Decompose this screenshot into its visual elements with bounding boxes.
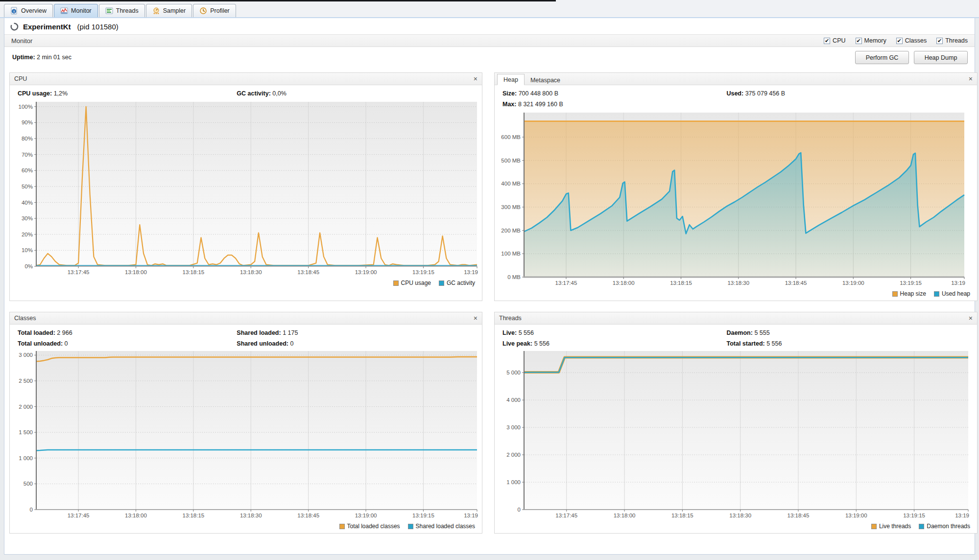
svg-text:13:19:00: 13:19:00: [842, 280, 864, 286]
svg-text:13:18:00: 13:18:00: [125, 269, 147, 275]
total-loaded-stat: Total loaded2 966: [18, 329, 237, 336]
svg-text:13:17:45: 13:17:45: [68, 513, 90, 518]
checkbox-threads[interactable]: ✔ Threads: [936, 37, 968, 44]
legend-item: Live threads: [871, 523, 911, 530]
threads-panel-header: Threads ×: [495, 312, 977, 325]
tab-monitor[interactable]: Monitor: [54, 4, 98, 17]
svg-text:13:17:45: 13:17:45: [555, 280, 577, 286]
cpu-plot: 0%10%20%30%40%50%60%70%80%90%100%13:17:4…: [12, 98, 484, 277]
svg-text:13:18:00: 13:18:00: [614, 513, 636, 518]
svg-text:13:18:30: 13:18:30: [729, 513, 751, 518]
tab-overview[interactable]: i Overview: [4, 4, 53, 17]
total-started-stat: Total started5 556: [726, 340, 969, 347]
svg-text:13:17:45: 13:17:45: [555, 513, 577, 518]
gc-activity-swatch: [439, 280, 444, 286]
cpu-chart: 0%10%20%30%40%50%60%70%80%90%100%13:17:4…: [10, 98, 482, 279]
svg-text:13:19:15: 13:19:15: [903, 513, 925, 518]
total-loaded-swatch: [339, 524, 345, 529]
svg-text:500: 500: [24, 481, 33, 487]
svg-text:13:19: 13:19: [464, 269, 478, 275]
tab-threads[interactable]: Threads: [99, 4, 145, 17]
classes-plot: 05001 0001 5002 0002 5003 00013:17:4513:…: [12, 348, 484, 520]
cpu-panel: CPU × CPU usage1,2% GC activity0,0% 0%10…: [9, 72, 482, 301]
checkbox-label: CPU: [833, 37, 845, 44]
classes-panel-header: Classes ×: [10, 312, 482, 325]
perform-gc-button[interactable]: Perform GC: [855, 51, 909, 64]
svg-text:0%: 0%: [24, 263, 33, 269]
classes-stats: Total loaded2 966 Shared loaded1 175 Tot…: [10, 325, 482, 348]
daemon-threads-swatch: [919, 524, 924, 529]
tab-metaspace[interactable]: Metaspace: [525, 75, 566, 85]
svg-text:40%: 40%: [22, 200, 33, 206]
svg-text:70%: 70%: [22, 152, 33, 158]
checkbox-label: Threads: [945, 37, 968, 44]
svg-text:13:18:30: 13:18:30: [727, 280, 749, 286]
checkbox-check-icon: ✔: [936, 38, 943, 44]
heap-used-stat: Used375 079 456 B: [726, 90, 969, 97]
checkbox-label: Classes: [905, 37, 927, 44]
svg-text:13:19:00: 13:19:00: [355, 513, 377, 518]
threads-panel-title: Threads: [499, 315, 522, 322]
tab-label: Overview: [21, 7, 47, 14]
live-threads-stat: Live5 556: [502, 329, 726, 336]
svg-text:2 500: 2 500: [19, 378, 33, 384]
threads-stats: Live5 556 Daemon5 555 Live peak5 556 Tot…: [495, 325, 977, 348]
uptime-value: Uptime2 min 01 sec: [12, 54, 72, 61]
svg-text:0: 0: [518, 507, 521, 513]
svg-text:5 000: 5 000: [506, 370, 521, 375]
svg-text:13:18:15: 13:18:15: [671, 513, 693, 518]
heap-panel-header: Heap Metaspace ×: [495, 73, 977, 85]
svg-text:13:19:15: 13:19:15: [900, 280, 922, 286]
legend-item: Used heap: [934, 290, 970, 297]
used-heap-swatch: [934, 291, 939, 297]
close-icon[interactable]: ×: [474, 75, 478, 82]
refresh-spinner-icon: [10, 23, 19, 31]
monitor-icon: [60, 7, 68, 15]
close-icon[interactable]: ×: [474, 315, 478, 322]
svg-text:30%: 30%: [22, 215, 33, 221]
svg-text:500 MB: 500 MB: [501, 158, 521, 163]
svg-text:13:18:45: 13:18:45: [788, 513, 810, 518]
monitor-section-label: Monitor: [11, 37, 32, 45]
svg-text:2 000: 2 000: [19, 404, 33, 410]
checkbox-check-icon: ✔: [824, 38, 830, 44]
tab-profiler[interactable]: Profiler: [193, 4, 236, 17]
legend-item: Daemon threads: [919, 523, 970, 530]
cpu-legend: CPU usage GC activity: [10, 279, 482, 290]
svg-text:3 000: 3 000: [506, 424, 521, 430]
close-icon[interactable]: ×: [969, 75, 973, 82]
heap-dump-button[interactable]: Heap Dump: [914, 51, 968, 64]
cpu-panel-header: CPU ×: [10, 73, 482, 85]
svg-text:13:18:15: 13:18:15: [670, 280, 692, 286]
heap-size-stat: Size700 448 800 B: [502, 90, 726, 97]
svg-text:13:18:45: 13:18:45: [297, 513, 319, 518]
tab-label: Profiler: [210, 7, 230, 14]
svg-text:1 000: 1 000: [506, 479, 521, 485]
uptime-label: Uptime: [12, 54, 37, 61]
checkbox-classes[interactable]: ✔ Classes: [896, 37, 927, 44]
svg-text:400 MB: 400 MB: [501, 181, 521, 187]
svg-text:1 500: 1 500: [19, 429, 33, 435]
close-icon[interactable]: ×: [969, 315, 973, 322]
svg-text:13:19: 13:19: [951, 280, 965, 286]
window-top-edge: [0, 0, 556, 1]
checkbox-memory[interactable]: ✔ Memory: [856, 37, 886, 44]
tab-heap[interactable]: Heap: [497, 74, 525, 85]
checkbox-label: Memory: [864, 37, 886, 44]
uptime-row: Uptime2 min 01 sec Perform GC Heap Dump: [4, 47, 975, 70]
cpu-usage-stat: CPU usage1,2%: [18, 90, 237, 97]
checkbox-check-icon: ✔: [856, 38, 862, 44]
checkbox-cpu[interactable]: ✔ CPU: [824, 37, 845, 44]
classes-chart: 05001 0001 5002 0002 5003 00013:17:4513:…: [10, 348, 482, 522]
legend-item: GC activity: [439, 280, 475, 286]
legend-item: CPU usage: [393, 280, 431, 286]
svg-text:60%: 60%: [22, 167, 33, 173]
chart-visibility-checkboxes: ✔ CPU ✔ Memory ✔ Classes ✔ Threads: [824, 37, 968, 44]
svg-text:600 MB: 600 MB: [501, 134, 521, 140]
total-unloaded-stat: Total unloaded0: [18, 340, 237, 347]
tab-sampler[interactable]: Sampler: [146, 4, 192, 17]
svg-text:13:18:30: 13:18:30: [240, 269, 262, 275]
daemon-threads-stat: Daemon5 555: [726, 329, 969, 336]
threads-plot: 01 0002 0003 0004 0005 00013:17:4513:18:…: [497, 348, 975, 520]
svg-text:300 MB: 300 MB: [501, 204, 521, 210]
